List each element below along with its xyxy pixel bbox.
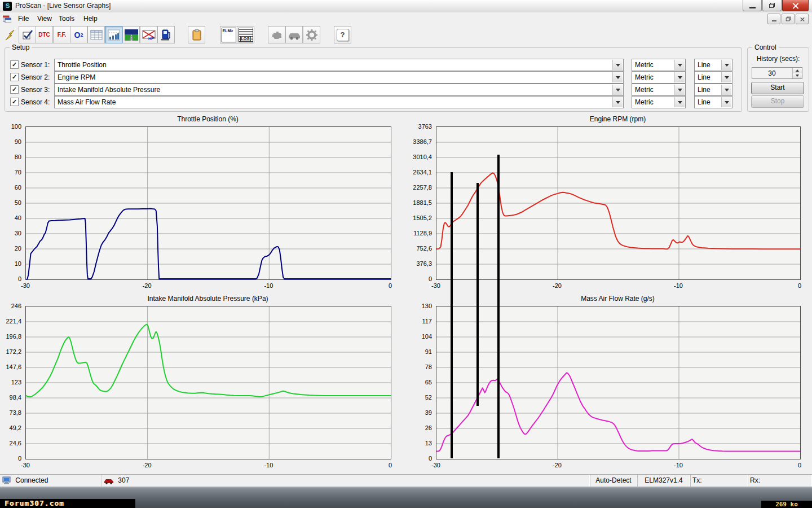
watermark-size: 269 ko: [761, 501, 812, 508]
freeze-frame-button[interactable]: F.F.: [53, 26, 70, 43]
sensor-row-4: ✓ Sensor 4: Mass Air Flow Rate Metric Li…: [5, 96, 742, 107]
sensor1-style-select[interactable]: Line: [694, 59, 732, 71]
sensor1-unit-select[interactable]: Metric: [632, 59, 686, 71]
connect-button[interactable]: [1, 26, 19, 43]
plot-area: [436, 306, 801, 459]
connection-status: Connected: [0, 475, 102, 487]
menu-tools[interactable]: Tools: [55, 14, 78, 23]
y-axis-labels: 246221,4196,8172,2147,612398,473,849,224…: [0, 306, 23, 458]
close-button[interactable]: [782, 0, 809, 11]
settings-button[interactable]: [303, 26, 320, 43]
sensor4-unit-select[interactable]: Metric: [632, 96, 686, 108]
svg-text:HP: HP: [148, 37, 154, 41]
data-table-button[interactable]: [87, 26, 105, 43]
bar-chart-icon: [108, 29, 120, 41]
clipboard-button[interactable]: [188, 26, 205, 43]
child-minimize-button[interactable]: [767, 14, 780, 24]
o2-icon: O: [74, 30, 81, 40]
app-icon-letter: S: [6, 2, 10, 9]
help-button[interactable]: ?: [334, 26, 351, 43]
history-value[interactable]: 30: [752, 69, 792, 77]
graphs-panel: Throttle Position (%) 100908070605040302…: [0, 113, 812, 474]
y-axis-labels: 1009080706050403020100: [0, 126, 23, 279]
live-graphs-button[interactable]: [105, 26, 122, 43]
minimize-button[interactable]: [743, 0, 762, 11]
sensor4-style-select[interactable]: Line: [694, 96, 732, 108]
app-icon[interactable]: S: [3, 2, 12, 11]
chart-engine-rpm: Engine RPM (rpm) 37633386,73010,42634,12…: [411, 113, 812, 292]
start-button[interactable]: Start: [751, 82, 804, 94]
x-axis-labels: -30-20-100: [25, 282, 390, 290]
menu-file[interactable]: File: [15, 14, 32, 23]
sensor3-checkbox[interactable]: ✓: [10, 85, 19, 94]
dropdown-arrow-icon[interactable]: [612, 97, 623, 107]
sensor4-checkbox[interactable]: ✓: [10, 98, 19, 106]
stop-button: Stop: [751, 95, 804, 108]
fuel-economy-button[interactable]: [157, 26, 175, 43]
dropdown-arrow-icon[interactable]: [721, 97, 731, 107]
sensor2-unit-select[interactable]: Metric: [632, 71, 686, 84]
sensor3-style-select[interactable]: Line: [694, 84, 732, 96]
child-restore-button[interactable]: [782, 14, 795, 24]
child-close-button[interactable]: [796, 14, 809, 24]
dropdown-arrow-icon[interactable]: [674, 97, 685, 107]
sensor3-unit-select[interactable]: Metric: [632, 84, 686, 96]
x-axis-labels: -30-20-100: [25, 462, 390, 470]
control-legend: Control: [752, 43, 779, 51]
clipboard-icon: [191, 29, 202, 41]
dropdown-arrow-icon[interactable]: [674, 85, 685, 95]
minimize-icon: [749, 7, 756, 8]
setup-legend: Setup: [10, 43, 32, 51]
monitor-icon: [2, 476, 11, 484]
road-icon: [125, 29, 138, 41]
sensor-row-3: ✓ Sensor 3: Intake Manifold Absolute Pre…: [5, 84, 742, 95]
restore-icon: [769, 3, 775, 8]
dropdown-arrow-icon[interactable]: [674, 60, 685, 70]
chart-throttle-position: Throttle Position (%) 100908070605040302…: [0, 113, 406, 292]
gear-icon: [306, 29, 317, 41]
sensor3-select[interactable]: Intake Manifold Absolute Pressure: [54, 84, 624, 96]
road-test-button[interactable]: [122, 26, 140, 43]
dropdown-arrow-icon[interactable]: [674, 72, 685, 82]
sensor-check-button[interactable]: [19, 26, 36, 43]
sensor1-checkbox[interactable]: ✓: [10, 60, 19, 69]
fuel-pump-icon: [161, 29, 172, 41]
checkbox-icon: [21, 29, 34, 41]
sensor2-checkbox[interactable]: ✓: [10, 73, 19, 81]
sensor4-label: Sensor 4:: [21, 98, 50, 106]
dropdown-arrow-icon[interactable]: [612, 72, 623, 82]
dropdown-arrow-icon[interactable]: [612, 85, 623, 95]
rx-status: Rx:: [748, 475, 812, 487]
mdi-child-icon[interactable]: [3, 15, 11, 23]
history-spinner[interactable]: 30: [752, 67, 802, 79]
menu-view[interactable]: View: [34, 14, 55, 23]
o2-button[interactable]: O2: [70, 26, 87, 43]
hp-test-button[interactable]: HP: [140, 26, 157, 43]
device-status: ELM327v1.4: [637, 475, 691, 487]
cursor-marker: [497, 155, 500, 458]
sensor2-style-select[interactable]: Line: [694, 71, 732, 84]
y-axis-labels: 130117104917865523926130: [411, 306, 434, 458]
dtc-button[interactable]: DTC: [36, 26, 53, 43]
spinner-up-icon[interactable]: [793, 68, 802, 73]
log-icon: LOG: [239, 28, 253, 42]
menu-bar: File View Tools Help: [0, 12, 812, 25]
sensor4-select[interactable]: Mass Air Flow Rate: [54, 96, 624, 108]
dropdown-arrow-icon[interactable]: [721, 85, 731, 95]
sensor2-select[interactable]: Engine RPM: [54, 71, 624, 84]
log-button[interactable]: LOG: [237, 26, 254, 43]
dropdown-arrow-icon[interactable]: [721, 72, 731, 82]
engine-button[interactable]: [268, 26, 285, 43]
menu-help[interactable]: Help: [80, 14, 101, 23]
restore-button[interactable]: [762, 0, 782, 11]
spinner-down-icon[interactable]: [793, 73, 802, 79]
table-icon: [90, 29, 103, 41]
chart-title: Intake Manifold Absolute Pressure (kPa): [25, 295, 390, 303]
setup-groupbox: Setup ✓ Sensor 1: Throttle Position Metr…: [5, 47, 742, 112]
dropdown-arrow-icon[interactable]: [612, 60, 623, 70]
elm-console-button[interactable]: ELM>: [220, 26, 237, 43]
sensor1-select[interactable]: Throttle Position: [54, 59, 624, 71]
vehicle-button[interactable]: [285, 26, 303, 43]
cursor-marker: [451, 172, 453, 458]
dropdown-arrow-icon[interactable]: [721, 60, 731, 70]
